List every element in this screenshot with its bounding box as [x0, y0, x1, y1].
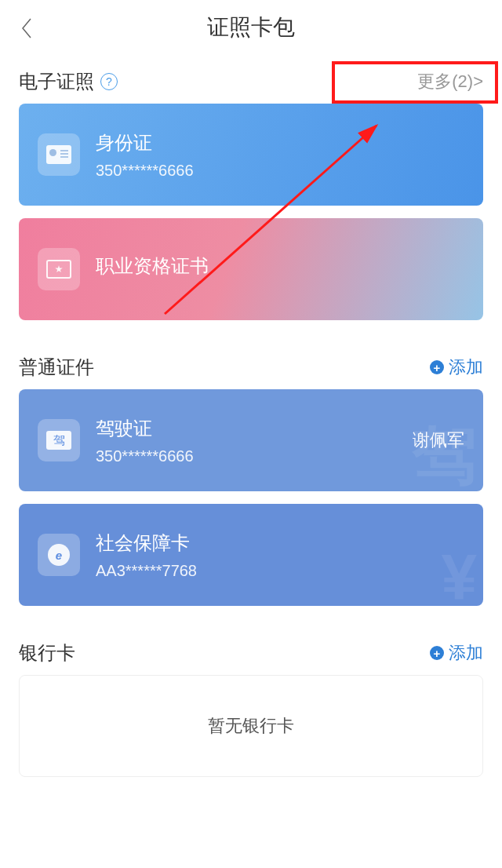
card-icon-wrap: [38, 248, 80, 290]
page-title: 证照卡包: [207, 13, 295, 42]
card-title: 职业资格证书: [96, 253, 464, 279]
add-text: 添加: [449, 356, 483, 379]
bank-empty-card: 暂无银行卡: [19, 675, 483, 777]
add-link-normal[interactable]: + 添加: [430, 356, 483, 379]
card-sub: AA3******7768: [96, 562, 464, 580]
section-title-bank: 银行卡: [19, 640, 75, 666]
watermark: 驾: [413, 413, 477, 491]
header-bar: 证照卡包: [0, 0, 502, 55]
card-sub: 350******6666: [96, 162, 464, 180]
card-icon-wrap: [38, 133, 80, 176]
section-header-normal: 普通证件 + 添加: [0, 333, 502, 389]
empty-text: 暂无银行卡: [208, 714, 294, 738]
card-item[interactable]: 身份证350******6666: [19, 104, 483, 206]
card-text: 社会保障卡AA3******7768: [96, 531, 464, 580]
back-icon[interactable]: [20, 17, 34, 39]
card-text: 驾驶证350******6666: [96, 416, 413, 465]
card-icon-wrap: 驾: [38, 419, 80, 461]
card-item[interactable]: 驾驾驶证350******6666谢佩军驾: [19, 389, 483, 491]
electronic-card-list: 身份证350******6666职业资格证书: [0, 104, 502, 320]
section-title-normal: 普通证件: [19, 355, 94, 380]
add-text: 添加: [449, 641, 483, 665]
card-item[interactable]: 职业资格证书: [19, 218, 483, 320]
section-title-electronic: 电子证照 ?: [19, 69, 118, 94]
ecard-icon: e: [48, 544, 70, 566]
card-title: 社会保障卡: [96, 531, 464, 556]
card-right-text: 谢佩军: [413, 429, 464, 452]
card-icon-wrap: e: [38, 534, 80, 576]
card-title: 身份证: [96, 130, 464, 155]
card-text: 身份证350******6666: [96, 130, 464, 180]
section-title-text: 普通证件: [19, 355, 94, 380]
card-sub: 350******6666: [96, 447, 413, 465]
plus-icon: +: [430, 360, 444, 374]
add-link-bank[interactable]: + 添加: [430, 641, 483, 665]
cert-icon: [46, 260, 71, 279]
section-title-text: 电子证照: [19, 69, 94, 94]
card-item[interactable]: e社会保障卡AA3******7768¥: [19, 504, 483, 606]
card-title: 驾驶证: [96, 416, 413, 441]
section-header-bank: 银行卡 + 添加: [0, 618, 502, 675]
idcard-icon: [46, 145, 71, 164]
section-header-electronic: 电子证照 ? 更多(2)>: [0, 55, 502, 104]
normal-card-list: 驾驾驶证350******6666谢佩军驾e社会保障卡AA3******7768…: [0, 389, 502, 606]
plus-icon: +: [430, 646, 444, 660]
section-title-text: 银行卡: [19, 640, 75, 666]
help-icon[interactable]: ?: [100, 73, 118, 90]
more-link[interactable]: 更多(2)>: [417, 70, 483, 93]
card-text: 职业资格证书: [96, 253, 464, 285]
driver-icon: 驾: [46, 431, 71, 450]
